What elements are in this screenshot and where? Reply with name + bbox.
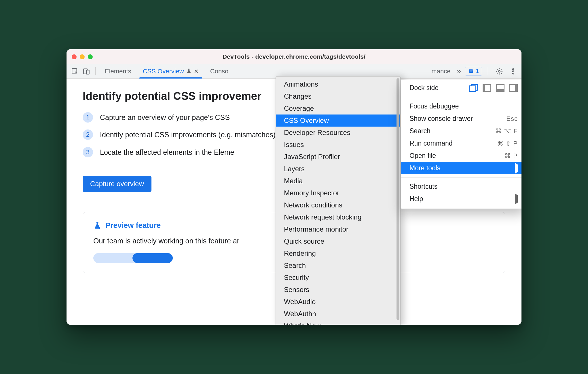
dock-side-label: Dock side: [409, 84, 439, 92]
submenu-item[interactable]: Layers: [276, 163, 400, 175]
submenu-item[interactable]: Performance monitor: [276, 223, 400, 235]
chip-dark[interactable]: [132, 253, 173, 263]
devtools-window: DevTools - developer.chrome.com/tags/dev…: [67, 49, 521, 325]
tabs-overflow-chevron[interactable]: »: [453, 67, 464, 76]
svg-rect-2: [86, 70, 89, 74]
chevron-right-icon: [515, 195, 518, 203]
menu-item[interactable]: Show console drawerEsc: [401, 112, 521, 125]
submenu-item[interactable]: WebAudio: [276, 296, 400, 308]
menu-item-shortcut: ⌘ ⇧ P: [497, 140, 518, 147]
menu-separator: [401, 97, 521, 97]
feature-body-text: Our team is actively working on this fea…: [93, 237, 239, 245]
panel-tabs: Elements CSS Overview ✕ Conso: [99, 64, 234, 78]
submenu-item[interactable]: Media: [276, 175, 400, 187]
menu-item[interactable]: Run command⌘ ⇧ P: [401, 137, 521, 150]
menu-item-shortcut: Esc: [506, 115, 518, 123]
menu-item-label: Run command: [409, 140, 453, 147]
capture-overview-button[interactable]: Capture overview: [83, 176, 151, 192]
kebab-menu-icon[interactable]: [508, 66, 519, 77]
svg-point-5: [498, 70, 500, 72]
toolbar-right: 1: [465, 66, 519, 77]
dock-left-icon[interactable]: [483, 84, 491, 92]
tab-elements[interactable]: Elements: [99, 64, 137, 78]
menu-item-label: Search: [409, 127, 430, 135]
svg-point-8: [513, 73, 514, 74]
flask-icon: [93, 221, 101, 229]
svg-point-6: [513, 68, 514, 70]
divider: [95, 67, 96, 75]
menu-item[interactable]: Open file⌘ P: [401, 150, 521, 162]
submenu-item[interactable]: Changes: [276, 90, 400, 102]
issues-badge[interactable]: 1: [465, 67, 482, 76]
tab-label: Elements: [105, 68, 131, 75]
submenu-item[interactable]: Security: [276, 272, 400, 284]
chevron-right-icon: [515, 165, 518, 172]
dock-bottom-icon[interactable]: [496, 84, 504, 92]
submenu-item[interactable]: JavaScript Profiler: [276, 151, 400, 163]
close-window-button[interactable]: [72, 54, 77, 59]
titlebar: DevTools - developer.chrome.com/tags/dev…: [67, 49, 521, 64]
menu-item[interactable]: Search⌘ ⌥ F: [401, 125, 521, 137]
tab-label: mance: [431, 68, 450, 75]
submenu-item[interactable]: Developer Resources: [276, 127, 400, 139]
tab-label: CSS Overview: [143, 68, 184, 75]
menu-item-shortcut: ⌘ P: [504, 152, 518, 160]
submenu-item[interactable]: What's New: [276, 320, 400, 325]
submenu-item[interactable]: Network conditions: [276, 199, 400, 211]
step-text: Identify potential CSS improvements (e.g…: [100, 129, 276, 140]
tab-css-overview[interactable]: CSS Overview ✕: [137, 64, 204, 78]
tab-console-truncated[interactable]: Conso: [204, 64, 234, 78]
submenu-item[interactable]: Issues: [276, 139, 400, 151]
svg-rect-4: [470, 71, 472, 72]
step-number-badge: 2: [83, 129, 93, 140]
device-toolbar-icon[interactable]: [81, 66, 92, 77]
submenu-item[interactable]: WebAuthn: [276, 308, 400, 320]
submenu-item[interactable]: CSS Overview: [276, 115, 400, 127]
submenu-item[interactable]: Sensors: [276, 284, 400, 296]
tab-performance-truncated[interactable]: mance: [429, 64, 453, 78]
dock-undock-icon[interactable]: [469, 84, 478, 92]
tab-label: Conso: [210, 68, 229, 75]
traffic-lights: [72, 54, 93, 59]
menu-item[interactable]: More tools: [401, 162, 521, 174]
menu-item-label: Show console drawer: [409, 115, 473, 123]
step-number-badge: 1: [83, 112, 93, 123]
zoom-window-button[interactable]: [88, 54, 93, 59]
menu-item-label: More tools: [409, 164, 440, 172]
more-tools-submenu: AnimationsChangesCoverageCSS OverviewDev…: [276, 76, 401, 325]
submenu-item[interactable]: Memory Inspector: [276, 187, 400, 199]
submenu-item[interactable]: Network request blocking: [276, 211, 400, 223]
submenu-item[interactable]: Rendering: [276, 247, 400, 259]
divider: [488, 67, 488, 75]
submenu-item[interactable]: Search: [276, 259, 400, 272]
dock-right-icon[interactable]: [509, 84, 518, 92]
menu-item-label: Shortcuts: [409, 183, 437, 190]
flask-icon: [186, 68, 191, 75]
menu-item-label: Open file: [409, 152, 436, 160]
scrollbar-thumb[interactable]: [397, 78, 399, 320]
feature-title-text: Preview feature: [105, 221, 161, 230]
menu-item-shortcut: ⌘ ⌥ F: [495, 127, 518, 135]
issue-count: 1: [476, 68, 479, 75]
step-text: Capture an overview of your page's CSS: [100, 112, 230, 123]
submenu-item[interactable]: Coverage: [276, 102, 400, 115]
menu-item[interactable]: Shortcuts: [401, 180, 521, 193]
minimize-window-button[interactable]: [80, 54, 85, 59]
submenu-item[interactable]: Quick source: [276, 235, 400, 247]
gear-icon[interactable]: [494, 66, 505, 77]
dock-icons: [469, 84, 518, 92]
inspect-element-icon[interactable]: [69, 66, 80, 77]
dock-side-row: Dock side: [401, 82, 521, 94]
window-title: DevTools - developer.chrome.com/tags/dev…: [223, 53, 366, 60]
menu-item-label: Help: [409, 195, 423, 203]
step-text: Locate the affected elements in the Elem…: [100, 147, 234, 157]
menu-separator: [401, 177, 521, 178]
close-icon[interactable]: ✕: [194, 68, 199, 75]
submenu-item[interactable]: Animations: [276, 78, 400, 90]
menu-item-label: Focus debuggee: [409, 102, 459, 110]
menu-item[interactable]: Help: [401, 193, 521, 205]
main-dropdown-menu: Dock side Focus debuggeeShow console dra…: [401, 80, 521, 209]
svg-rect-3: [470, 70, 473, 71]
menu-item[interactable]: Focus debuggee: [401, 100, 521, 112]
svg-point-7: [513, 70, 514, 72]
